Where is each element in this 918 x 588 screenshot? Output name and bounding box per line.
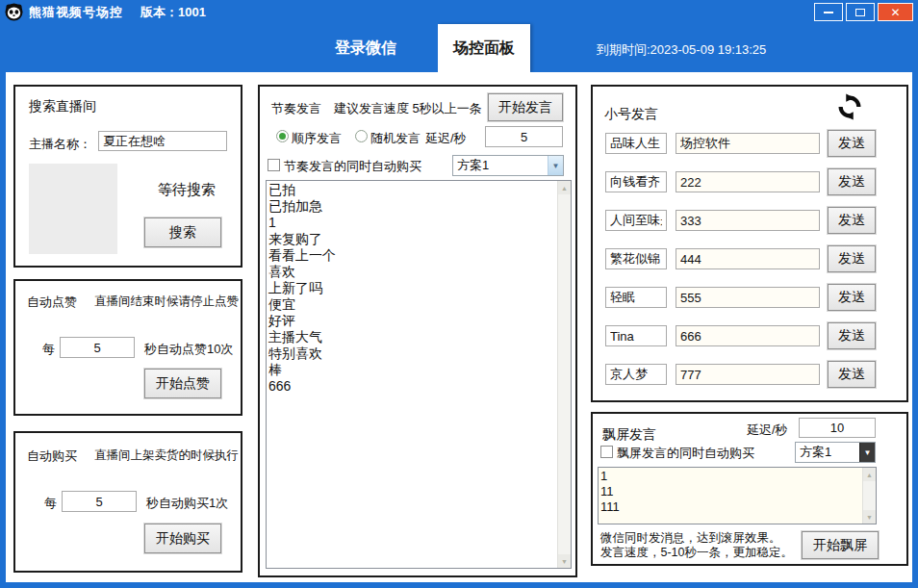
main-content: 搜索直播间 主播名称： 等待搜索 搜索 自动点赞 直播间结束时候请停止点赞 每 … (6, 72, 912, 582)
delay-label: 延迟/秒 (747, 422, 788, 439)
send-button[interactable]: 发送 (828, 168, 876, 195)
minimize-icon (824, 12, 833, 13)
refresh-icon[interactable] (835, 92, 864, 121)
every-label: 每 (44, 495, 57, 512)
rhythm-speech-panel: 节奏发言 建议发言速度 5秒以上一条 开始发言 顺序发言 随机发言 延迟/秒 节… (258, 85, 577, 577)
chevron-down-icon: ▼ (548, 156, 563, 175)
like-suffix-label: 秒自动点赞10次 (144, 341, 233, 358)
auto-like-hint: 直播间结束时候请停止点赞 (94, 294, 239, 310)
float-plan-select-value: 方案1 (796, 444, 859, 461)
every-label: 每 (42, 341, 55, 358)
scroll-down-icon[interactable]: ▼ (558, 554, 571, 568)
like-interval-input[interactable] (60, 337, 135, 358)
alt-account-name-input[interactable] (605, 364, 667, 385)
tab-login-wechat[interactable]: 登录微信 (303, 24, 428, 72)
panel-title: 飘屏发言 (602, 426, 656, 444)
send-button[interactable]: 发送 (828, 130, 876, 157)
sequential-radio[interactable] (276, 130, 289, 142)
plan-select-value: 方案1 (453, 157, 548, 174)
auto-buy-while-floating-label: 飘屏发言的同时自动购买 (617, 445, 754, 462)
alt-account-name-input[interactable] (605, 133, 667, 154)
send-button[interactable]: 发送 (828, 245, 876, 272)
alt-account-message-input[interactable] (676, 287, 820, 308)
alt-account-row: 发送 (593, 284, 906, 311)
maximize-icon (855, 9, 865, 16)
start-speech-button[interactable]: 开始发言 (488, 93, 563, 121)
alt-account-row: 发送 (593, 361, 906, 388)
panel-title: 自动点赞 (27, 294, 77, 311)
live-room-thumbnail (29, 164, 117, 254)
send-button[interactable]: 发送 (828, 207, 876, 234)
speech-list-scrollbar[interactable]: ▲ ▼ (557, 181, 571, 568)
alt-account-name-input[interactable] (605, 325, 667, 346)
alt-account-message-input[interactable] (676, 364, 820, 385)
alt-account-row: 发送 (593, 168, 906, 195)
alt-account-row: 发送 (593, 130, 906, 157)
auto-buy-while-speaking-checkbox[interactable] (268, 159, 280, 171)
send-button[interactable]: 发送 (828, 361, 876, 388)
app-window: 熊猫视频号场控 版本：1001 ✕ 登录微信 场控面板 到期时间:2023-05… (0, 0, 918, 588)
alt-account-message-input[interactable] (676, 210, 820, 231)
alt-account-name-input[interactable] (605, 210, 667, 231)
auto-buy-panel: 自动购买 直播间上架卖货的时候执行 每 秒自动购买1次 开始购买 (13, 431, 242, 573)
sequential-radio-label: 顺序发言 (292, 130, 342, 147)
panel-title: 搜索直播间 (29, 98, 96, 115)
scroll-up-icon[interactable]: ▲ (558, 181, 571, 194)
alt-account-name-input[interactable] (605, 287, 667, 308)
start-buy-button[interactable]: 开始购买 (144, 524, 221, 553)
close-icon: ✕ (890, 6, 900, 19)
close-button[interactable]: ✕ (878, 3, 913, 21)
start-like-button[interactable]: 开始点赞 (144, 369, 221, 398)
auto-like-panel: 自动点赞 直播间结束时候请停止点赞 每 秒自动点赞10次 开始点赞 (13, 279, 242, 416)
float-screen-panel: 延迟/秒 飘屏发言 飘屏发言的同时自动购买 方案1 ▼ 1 11 111 ▲ ▼… (591, 412, 908, 566)
panda-app-icon (5, 3, 23, 21)
window-title: 熊猫视频号场控 (29, 4, 123, 21)
float-note-line2: 发言速度，5-10秒一条，更加稳定。 (600, 545, 793, 561)
random-radio-label: 随机发言 (370, 130, 421, 147)
plan-select[interactable]: 方案1 ▼ (452, 155, 564, 176)
panel-title: 小号发言 (604, 106, 658, 123)
title-bar: 熊猫视频号场控 版本：1001 ✕ (0, 0, 918, 24)
start-float-button[interactable]: 开始飘屏 (802, 531, 879, 559)
search-button[interactable]: 搜索 (144, 217, 221, 247)
float-plan-select[interactable]: 方案1 ▼ (795, 442, 876, 463)
float-message-box: 1 11 111 ▲ ▼ (598, 467, 877, 524)
tab-control-panel[interactable]: 场控面板 (438, 24, 530, 72)
scroll-up-icon[interactable]: ▲ (863, 468, 876, 481)
random-radio[interactable] (355, 130, 368, 142)
float-message-scrollbar[interactable]: ▲ ▼ (862, 468, 876, 524)
auto-buy-while-speaking-label: 节奏发言的同时自动购买 (284, 158, 421, 175)
auto-buy-hint: 直播间上架卖货的时候执行 (94, 447, 239, 464)
delay-label: 延迟/秒 (425, 130, 467, 147)
buy-interval-input[interactable] (62, 491, 137, 512)
buy-suffix-label: 秒自动购买1次 (146, 495, 228, 512)
speech-delay-input[interactable] (485, 126, 563, 147)
scroll-down-icon[interactable]: ▼ (863, 510, 876, 524)
alt-account-message-input[interactable] (676, 133, 820, 154)
alt-account-row: 发送 (593, 207, 906, 234)
search-status-label: 等待搜索 (158, 181, 216, 199)
minimize-button[interactable] (814, 3, 843, 21)
speech-list-textarea[interactable]: 已拍 已拍加急 1 来复购了 看看上一个 喜欢 上新了吗 便宜 好评 主播大气 … (267, 181, 557, 568)
alt-account-row: 发送 (593, 322, 906, 349)
alt-account-panel: 小号发言 发送 发送 发送 (591, 85, 908, 402)
alt-account-message-input[interactable] (676, 248, 820, 269)
alt-account-name-input[interactable] (605, 171, 667, 192)
alt-account-name-input[interactable] (605, 248, 667, 269)
chevron-down-icon: ▼ (859, 443, 875, 462)
send-button[interactable]: 发送 (828, 284, 876, 311)
panel-title: 节奏发言 (271, 100, 321, 117)
panel-title: 自动购买 (27, 447, 77, 465)
alt-account-message-input[interactable] (676, 171, 820, 192)
float-delay-input[interactable] (799, 418, 876, 438)
float-message-textarea[interactable]: 1 11 111 (599, 468, 862, 524)
maximize-button[interactable] (846, 3, 875, 21)
auto-buy-while-floating-checkbox[interactable] (600, 446, 613, 458)
speech-list-box: 已拍 已拍加急 1 来复购了 看看上一个 喜欢 上新了吗 便宜 好评 主播大气 … (266, 180, 572, 569)
anchor-name-input[interactable] (98, 131, 227, 151)
alt-account-row: 发送 (593, 245, 906, 272)
expire-time-label: 到期时间:2023-05-09 19:13:25 (597, 41, 766, 59)
anchor-name-label: 主播名称： (29, 136, 91, 153)
send-button[interactable]: 发送 (828, 322, 876, 349)
alt-account-message-input[interactable] (676, 325, 820, 346)
